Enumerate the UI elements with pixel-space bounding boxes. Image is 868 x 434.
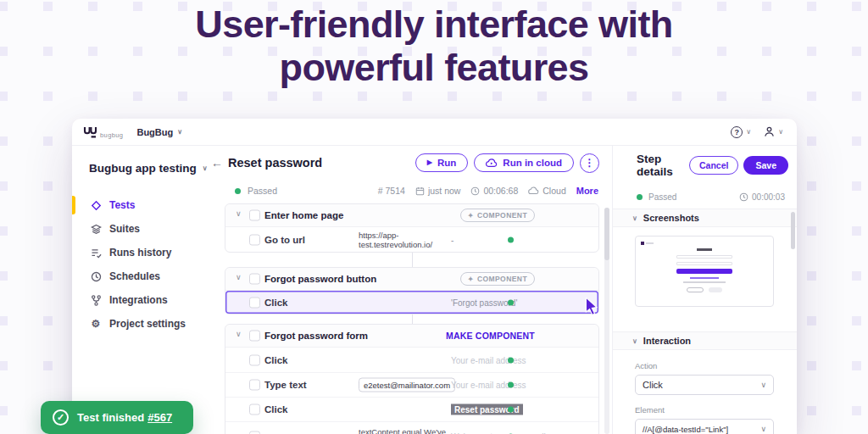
user-menu[interactable]: ∨ — [764, 126, 783, 137]
sidebar-item-tests[interactable]: Tests — [72, 193, 225, 217]
mini-logo-icon — [641, 242, 644, 245]
run-in-cloud-button[interactable]: Run in cloud — [474, 153, 574, 172]
step-row-click[interactable]: Click Your e-mail address — [225, 348, 598, 372]
step-checkbox[interactable] — [249, 297, 260, 308]
cloud-icon — [528, 186, 539, 195]
sidebar-item-schedules[interactable]: Schedules — [72, 264, 225, 288]
step-checkbox[interactable] — [249, 234, 260, 245]
step-group-forgot-password-button: ∨ Forgot password button ✦ COMPONENT Cli… — [225, 267, 599, 314]
mini-signin-form — [676, 248, 732, 292]
toast-run-link[interactable]: #567 — [147, 411, 172, 424]
step-row-click-reset[interactable]: Click Reset password — [225, 397, 598, 421]
sidebar-item-suites[interactable]: Suites — [72, 217, 225, 241]
screenshot-thumbnail[interactable] — [635, 236, 774, 307]
back-arrow-icon[interactable]: ← — [211, 156, 226, 170]
step-connector-line — [412, 253, 413, 267]
panel-scrollbar-thumb[interactable] — [791, 212, 795, 249]
step-checkbox[interactable] — [249, 431, 260, 434]
cloud-play-icon — [486, 159, 498, 168]
chevron-down-icon[interactable]: ∨ — [236, 330, 242, 338]
project-selector[interactable]: Bugbug app testing ∨ — [72, 154, 225, 182]
sidebar-item-project-settings[interactable]: ⚙ Project settings — [72, 312, 225, 336]
chevron-down-icon[interactable]: ∨ — [236, 273, 242, 281]
step-checkbox[interactable] — [249, 380, 260, 391]
help-menu[interactable]: ? ∨ — [731, 126, 751, 138]
action-select[interactable]: Click ∨ — [635, 375, 774, 395]
test-header: ← Reset password ▶ Run R — [225, 146, 602, 180]
step-details-panel: Step details Cancel Save Passed 00:00:03… — [612, 146, 797, 434]
test-status-row: Passed # 7514 just now 00:06:68 — [225, 180, 602, 202]
toast-notification: ✓ Test finished#567 — [41, 401, 193, 434]
screenshots-section-header[interactable]: ∨ Screenshots — [613, 209, 797, 227]
chevron-down-icon: ∨ — [746, 129, 751, 136]
group-checkbox[interactable] — [249, 274, 260, 285]
run-duration: 00:06:68 — [470, 186, 518, 196]
more-link[interactable]: More — [576, 186, 598, 196]
step-group-enter-home-page: ∨ Enter home page ✦ COMPONENT Go to url … — [225, 203, 599, 253]
step-row-click-selected[interactable]: Click 'Forgot password' — [225, 291, 598, 314]
group-header[interactable]: ∨ Forgot password form MAKE COMPONENT — [225, 325, 598, 348]
chevron-down-icon: ∨ — [760, 381, 766, 389]
mini-submit-button-bar — [676, 269, 732, 274]
chevron-down-icon: ∨ — [177, 129, 182, 136]
chevron-down-icon[interactable]: ∨ — [236, 209, 242, 218]
chevron-down-icon: ∨ — [778, 129, 783, 136]
mini-input-bar — [676, 255, 732, 259]
save-button[interactable]: Save — [743, 156, 788, 175]
group-checkbox[interactable] — [249, 210, 260, 221]
mini-input-bar — [676, 262, 732, 265]
page-title: User-friendly interface with powerful fe… — [0, 0, 868, 89]
mini-logo-text-bar — [646, 242, 654, 244]
element-select[interactable]: //A[@data-testId="Link"] ∨ — [635, 419, 774, 434]
steps-list: ∨ Enter home page ✦ COMPONENT Go to url … — [225, 203, 599, 434]
step-connector-line — [412, 314, 413, 324]
check-circle-icon: ✓ — [53, 409, 69, 426]
chevron-down-icon: ∨ — [760, 426, 766, 433]
group-checkbox[interactable] — [249, 331, 260, 342]
step-row-type-text[interactable]: Type text e2etest@mailinator.com Your e-… — [225, 372, 598, 397]
sidebar-item-runs-history[interactable]: Runs history — [72, 241, 225, 264]
step-checkbox[interactable] — [249, 404, 260, 415]
component-badge: ✦ COMPONENT — [460, 272, 535, 286]
group-header[interactable]: ∨ Enter home page ✦ COMPONENT — [225, 204, 598, 227]
run-button[interactable]: ▶ Run — [415, 153, 469, 172]
more-options-button[interactable]: ⋮ — [580, 153, 599, 173]
make-component-button[interactable]: MAKE COMPONENT — [446, 331, 535, 341]
step-row-go-to-url[interactable]: Go to url https://app-test.testrevolutio… — [225, 227, 598, 252]
mini-button-bar — [687, 287, 704, 292]
clock-icon — [90, 271, 102, 282]
mini-text-bar — [683, 281, 726, 283]
branch-icon — [90, 295, 102, 306]
step-value: textContent equal We've sent you an e-ma… — [359, 427, 450, 434]
step-value: https://app-test.testrevolution.io/ — [359, 231, 450, 249]
status-dot — [235, 188, 241, 194]
step-details-header: Step details Cancel Save — [613, 146, 797, 185]
step-status-dot — [508, 407, 514, 413]
bugbug-logo-text: bugbug — [100, 131, 123, 139]
element-label: Element — [635, 405, 787, 415]
workspace-selector[interactable]: BugBug ∨ — [136, 127, 182, 137]
list-check-icon — [90, 248, 102, 259]
headline-line-1: User-friendly interface with — [0, 3, 868, 46]
step-value-input[interactable]: e2etest@mailinator.com — [359, 378, 455, 392]
calendar-icon — [415, 186, 425, 196]
step-row-assert[interactable]: textContent equal We've sent you an e-ma… — [225, 421, 598, 434]
run-number: # 7514 — [378, 186, 405, 196]
step-checkbox[interactable] — [249, 354, 260, 365]
interaction-section-header[interactable]: ∨ Interaction — [613, 331, 797, 350]
cancel-button[interactable]: Cancel — [689, 156, 738, 175]
sidebar-item-integrations[interactable]: Integrations — [72, 288, 225, 312]
sidebar: Bugbug app testing ∨ Tests — [72, 146, 225, 434]
step-status-row: Passed 00:00:03 — [613, 185, 797, 209]
test-title: Reset password — [228, 156, 322, 170]
clock-icon — [739, 192, 748, 202]
sidebar-nav: Tests Suites Runs — [72, 193, 225, 336]
panel-title: Step details — [637, 153, 684, 178]
step-status-dot — [508, 299, 514, 305]
component-badge: ✦ COMPONENT — [460, 209, 535, 222]
play-icon: ▶ — [427, 159, 432, 166]
step-status-dot — [508, 357, 514, 363]
component-icon: ✦ — [468, 275, 474, 283]
group-header[interactable]: ∨ Forgot password button ✦ COMPONENT — [225, 268, 598, 291]
scrollbar-thumb[interactable] — [604, 208, 609, 260]
